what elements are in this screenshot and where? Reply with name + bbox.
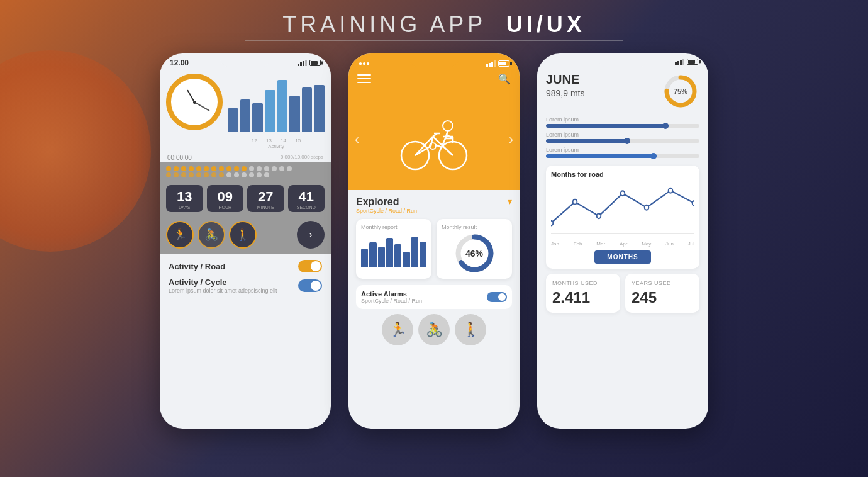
progress-label-1: Lorem ipsum xyxy=(546,116,699,123)
bottom-run-icon[interactable]: 🏃 xyxy=(382,314,413,345)
dot xyxy=(174,172,179,177)
dot xyxy=(181,166,186,171)
svg-point-10 xyxy=(443,121,453,131)
months-button[interactable]: MONTHS xyxy=(594,250,650,264)
dot xyxy=(166,166,171,171)
alarm-toggle[interactable] xyxy=(487,292,507,302)
svg-point-25 xyxy=(621,191,625,196)
months-used-box: MONTHS USED 2.411 xyxy=(546,274,620,313)
phone-3-header: JUNE 989,9 mts 75% xyxy=(546,72,699,110)
dot xyxy=(204,172,209,177)
progress-row-2: Lorem ipsum xyxy=(546,132,699,143)
dot xyxy=(257,172,262,177)
dot xyxy=(204,166,209,171)
activity-icons-row: 🏃 🚴 🚶 › xyxy=(160,216,331,254)
toggle-road-switch[interactable] xyxy=(298,260,322,272)
hamburger-menu-icon[interactable] xyxy=(357,72,371,86)
toggle-row-cycle: Activity / Cycle Lorem ipsum dolor sit a… xyxy=(169,278,322,294)
monthly-bar-chart xyxy=(361,233,426,267)
result-donut-chart: 46% xyxy=(454,233,495,274)
toggle-road-label: Activity / Road xyxy=(169,262,225,271)
bottom-walk-icon[interactable]: 🚶 xyxy=(455,314,486,345)
bottom-cycle-icon[interactable]: 🚴 xyxy=(418,314,450,345)
phone-2: ●●● 🔍 ‹ xyxy=(348,53,520,429)
months-for-road-chart: Months for road Jan F xyxy=(546,166,699,269)
years-used-label: YEARS USED xyxy=(632,280,693,286)
progress-label-3: Lorem ipsum xyxy=(546,147,699,153)
phones-row: 12.00 xyxy=(160,53,708,429)
x-label-feb: Feb xyxy=(574,241,582,247)
phone-1-notch xyxy=(220,53,270,67)
next-arrow[interactable]: › xyxy=(509,132,513,148)
x-label-jun: Jun xyxy=(665,241,674,247)
dot xyxy=(196,166,201,171)
x-label-jul: Jul xyxy=(688,241,694,247)
svg-point-27 xyxy=(669,188,673,193)
alarm-sub: SportCycle / Road / Run xyxy=(361,298,422,304)
dot xyxy=(279,166,284,171)
toggle-cycle-switch[interactable] xyxy=(298,279,322,292)
dot xyxy=(234,166,239,171)
progress-row-1: Lorem ipsum xyxy=(546,116,699,128)
timer-display: 00:00.00 xyxy=(167,154,192,161)
phone-2-status-icons xyxy=(486,60,509,67)
phone-2-body: Explored SportCycle / Road / Run ▾ Month… xyxy=(348,190,520,352)
chart-title: Months for road xyxy=(551,171,694,178)
monthly-result-label: Monthly result xyxy=(442,224,507,230)
chart-title-label: Activity xyxy=(228,143,325,149)
x-label-mar: Mar xyxy=(596,241,605,247)
toggle-cycle-sub: Lorem ipsum dolor sit amet adepsiscing e… xyxy=(169,288,277,294)
phone-2-notch xyxy=(409,53,459,67)
active-alarms-section: Active Alarms SportCycle / Road / Run xyxy=(356,285,512,309)
timer-steps-row: 00:00.00 9.000/10.000 steps xyxy=(160,153,331,162)
chevron-down-icon[interactable]: ▾ xyxy=(508,196,512,206)
toggle-cycle-label: Activity / Cycle xyxy=(169,278,277,287)
title-light: TRAINING APP xyxy=(282,11,486,37)
cyclist-hero: ‹ xyxy=(348,89,520,190)
monthly-cards: Monthly report Monthly result xyxy=(356,219,512,279)
monthly-report-label: Monthly report xyxy=(361,224,426,230)
cycle-icon-btn[interactable]: 🚴 xyxy=(198,221,225,249)
years-used-value: 245 xyxy=(632,289,693,306)
dot xyxy=(234,172,239,177)
battery-icon xyxy=(498,60,509,67)
progress-bars-section: Lorem ipsum Lorem ipsum Lorem ipsum xyxy=(546,116,699,158)
dot xyxy=(166,172,171,177)
phone-3-notch xyxy=(598,53,648,67)
dot xyxy=(242,172,247,177)
dots-row-2 xyxy=(166,172,325,177)
phone-3-body: JUNE 989,9 mts 75% Lorem ipsum xyxy=(537,67,708,318)
countdown-section: 13 DAYS 09 HOUR 27 MINUTE 41 SECOND xyxy=(160,181,331,216)
dot xyxy=(211,166,216,171)
countdown-second: 41 SECOND xyxy=(288,185,325,212)
phone-1-top-section: 12 13 14 15 Activity xyxy=(160,70,331,153)
run-icon-btn[interactable]: 🏃 xyxy=(166,221,194,249)
signal-icon xyxy=(675,59,684,65)
phone-1: 12.00 xyxy=(160,53,331,429)
cyclist-illustration xyxy=(396,102,472,177)
chart-x-labels: Jan Feb Mar Apr May Jun Jul xyxy=(551,241,694,247)
donut-percentage: 46% xyxy=(465,249,483,259)
prev-arrow[interactable]: ‹ xyxy=(355,132,359,148)
dot xyxy=(272,166,277,171)
next-arrow-btn[interactable]: › xyxy=(297,221,325,249)
distance-label: 989,9 mts xyxy=(546,88,584,98)
phone-1-status-icons xyxy=(298,60,321,66)
line-chart-svg xyxy=(551,181,694,237)
dot xyxy=(264,166,269,171)
alarm-title: Active Alarms xyxy=(361,290,422,298)
search-icon[interactable]: 🔍 xyxy=(498,72,511,85)
months-used-label: MONTHS USED xyxy=(552,280,614,286)
explored-sub: SportCycle / Road / Run xyxy=(356,208,417,214)
clock-widget xyxy=(166,74,223,130)
bottom-activity-icons: 🏃 🚴 🚶 xyxy=(356,314,512,345)
dot xyxy=(174,166,179,171)
dot xyxy=(196,172,201,177)
dots-section xyxy=(160,162,331,181)
activity-bar-chart xyxy=(228,80,325,137)
signal-icon xyxy=(486,60,496,67)
walk-icon-btn[interactable]: 🚶 xyxy=(229,221,257,249)
x-label-jan: Jan xyxy=(551,241,559,247)
explored-title: Explored xyxy=(356,196,417,208)
title-divider xyxy=(245,40,623,41)
